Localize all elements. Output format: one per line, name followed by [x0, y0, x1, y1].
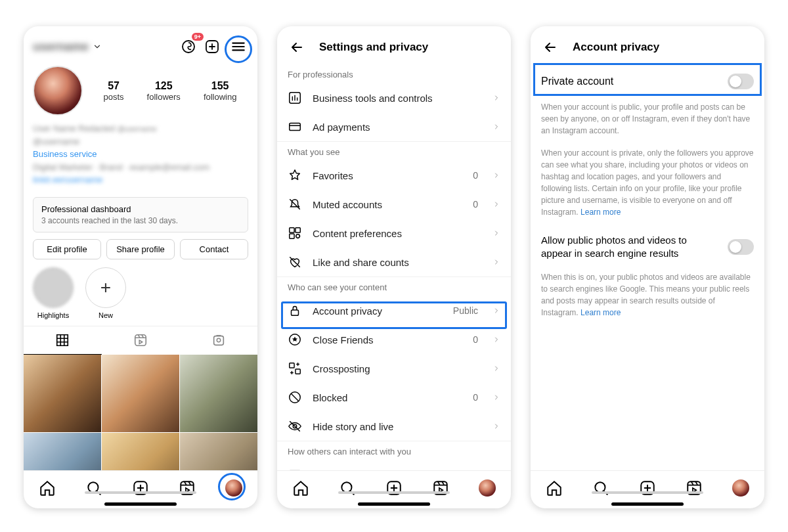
reels-icon	[133, 333, 148, 347]
card-icon	[288, 120, 302, 134]
row-crossposting[interactable]: Crossposting	[277, 354, 511, 383]
post-thumbnail[interactable]	[24, 433, 101, 471]
heart-off-icon	[288, 255, 302, 269]
post-thumbnail[interactable]	[180, 433, 257, 471]
bottom-navbar	[531, 470, 764, 508]
username-label: username	[33, 40, 89, 54]
profile-screen: username 57 posts 125	[24, 26, 257, 508]
svg-rect-16	[290, 363, 294, 368]
row-business-tools[interactable]: Business tools and controls	[277, 83, 511, 112]
highlight-bubble[interactable]: Highlights	[33, 267, 74, 319]
privacy-title: Account privacy	[573, 41, 659, 54]
star-circle-icon	[288, 332, 302, 347]
settings-screen: Settings and privacy For professionals B…	[277, 26, 511, 508]
create-post-button[interactable]	[202, 37, 222, 56]
settings-title: Settings and privacy	[319, 41, 428, 54]
crosspost-icon	[288, 361, 302, 376]
allow-search-toggle[interactable]	[728, 239, 754, 255]
row-close-friends[interactable]: Close Friends 0	[277, 325, 511, 354]
row-ad-payments[interactable]: Ad payments	[277, 112, 511, 141]
nav-home[interactable]	[39, 479, 56, 497]
nav-profile[interactable]	[225, 479, 242, 497]
row-content-prefs[interactable]: Content preferences	[277, 219, 511, 248]
eye-off-icon	[288, 419, 302, 433]
blocked-icon	[288, 390, 302, 405]
sliders-icon	[288, 226, 302, 240]
contact-button[interactable]: Contact	[180, 239, 248, 259]
star-icon	[288, 168, 302, 183]
chart-icon	[288, 91, 302, 105]
private-account-row: Private account	[531, 64, 764, 99]
post-thumbnail[interactable]	[24, 355, 101, 432]
allow-search-label: Allow public photos and videos to appear…	[541, 234, 720, 261]
row-like-counts[interactable]: Like and share counts	[277, 248, 511, 277]
svg-rect-12	[290, 234, 294, 238]
following-stat[interactable]: 155 following	[204, 80, 237, 102]
section-how-interact: How others can interact with you	[277, 441, 511, 460]
svg-rect-9	[290, 123, 301, 131]
arrow-left-icon	[542, 39, 558, 55]
post-thumbnail[interactable]	[102, 433, 179, 471]
posts-grid	[24, 355, 257, 471]
allow-search-note: When this is on, your public photos and …	[531, 269, 764, 326]
account-privacy-screen: Account privacy Private account When you…	[531, 26, 764, 508]
svg-point-13	[296, 234, 300, 238]
bio-link[interactable]: linktr.ee/username	[33, 173, 102, 187]
section-what-you-see: What you see	[277, 141, 511, 161]
row-hide-story[interactable]: Hide story and live	[277, 412, 511, 441]
username-dropdown[interactable]: username	[33, 40, 102, 54]
threads-icon[interactable]	[179, 37, 198, 56]
section-professionals: For professionals	[277, 64, 511, 83]
back-button[interactable]	[289, 39, 305, 55]
nav-home[interactable]	[292, 479, 309, 497]
posts-stat[interactable]: 57 posts	[104, 80, 124, 102]
row-favorites[interactable]: Favorites 0	[277, 161, 511, 190]
grid-tab[interactable]	[24, 326, 102, 355]
professional-dashboard-card[interactable]: Professional dashboard 3 accounts reache…	[33, 197, 248, 233]
private-account-toggle[interactable]	[728, 74, 754, 89]
chevron-down-icon	[93, 42, 102, 51]
bottom-navbar	[24, 470, 257, 508]
bell-off-icon	[288, 197, 302, 211]
arrow-left-icon	[289, 39, 305, 55]
edit-profile-button[interactable]: Edit profile	[33, 239, 101, 259]
tagged-icon	[211, 333, 226, 347]
svg-point-4	[217, 338, 221, 342]
svg-rect-3	[213, 336, 223, 345]
share-profile-button[interactable]: Share profile	[106, 239, 175, 259]
svg-rect-2	[135, 334, 146, 345]
privacy-private-note: When your account is private, only the f…	[531, 144, 764, 226]
row-blocked[interactable]: Blocked 0	[277, 383, 511, 412]
bio-handle: @username	[33, 135, 79, 148]
svg-rect-10	[290, 228, 294, 233]
row-account-privacy[interactable]: Account privacy Public	[277, 296, 511, 325]
bio-name: User Name Redacted	[33, 122, 115, 135]
bottom-navbar	[277, 470, 511, 508]
nav-home[interactable]	[546, 479, 563, 497]
learn-more-link[interactable]: Learn more	[580, 208, 621, 217]
reels-tab[interactable]	[102, 326, 180, 355]
new-highlight-button[interactable]: + New	[85, 267, 126, 319]
followers-stat[interactable]: 125 followers	[147, 80, 181, 102]
nav-profile[interactable]	[732, 479, 749, 497]
svg-rect-14	[292, 310, 299, 315]
privacy-public-note: When your account is public, your profil…	[531, 99, 764, 144]
nav-profile[interactable]	[479, 479, 496, 497]
svg-rect-17	[296, 369, 300, 374]
back-button[interactable]	[542, 39, 558, 55]
svg-rect-11	[296, 228, 300, 233]
tagged-tab[interactable]	[179, 326, 257, 355]
post-thumbnail[interactable]	[180, 355, 257, 432]
row-muted[interactable]: Muted accounts 0	[277, 190, 511, 219]
grid-icon	[55, 333, 70, 347]
section-who-can-see: Who can see your content	[277, 277, 511, 296]
hamburger-menu-button[interactable]	[229, 37, 248, 56]
lock-icon	[288, 303, 302, 318]
category-link[interactable]: Business service	[33, 148, 248, 161]
profile-avatar[interactable]	[33, 66, 83, 116]
learn-more-link[interactable]: Learn more	[580, 308, 621, 317]
post-thumbnail[interactable]	[102, 355, 179, 432]
bio-text: Digital Marketer · Brand · example@email…	[33, 161, 209, 174]
private-account-label: Private account	[541, 76, 613, 87]
row-messages[interactable]: Messages and story replies	[277, 460, 511, 470]
